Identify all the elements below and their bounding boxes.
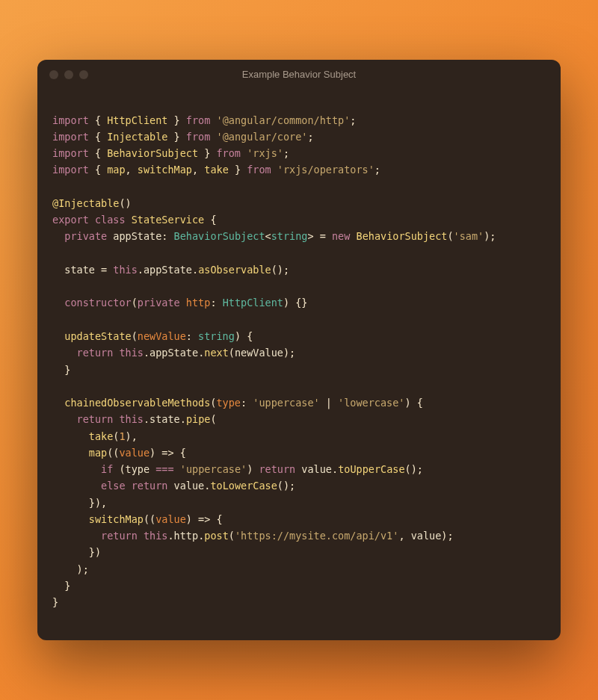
code-window: Example Behavior Subject import { HttpCl… xyxy=(37,60,561,641)
traffic-lights xyxy=(49,70,88,79)
close-icon[interactable] xyxy=(49,70,58,79)
code-content: import { HttpClient } from '@angular/com… xyxy=(52,112,546,611)
window-title: Example Behavior Subject xyxy=(37,69,561,80)
maximize-icon[interactable] xyxy=(79,70,88,79)
code-editor[interactable]: import { HttpClient } from '@angular/com… xyxy=(37,90,561,641)
minimize-icon[interactable] xyxy=(64,70,73,79)
titlebar: Example Behavior Subject xyxy=(37,60,561,90)
